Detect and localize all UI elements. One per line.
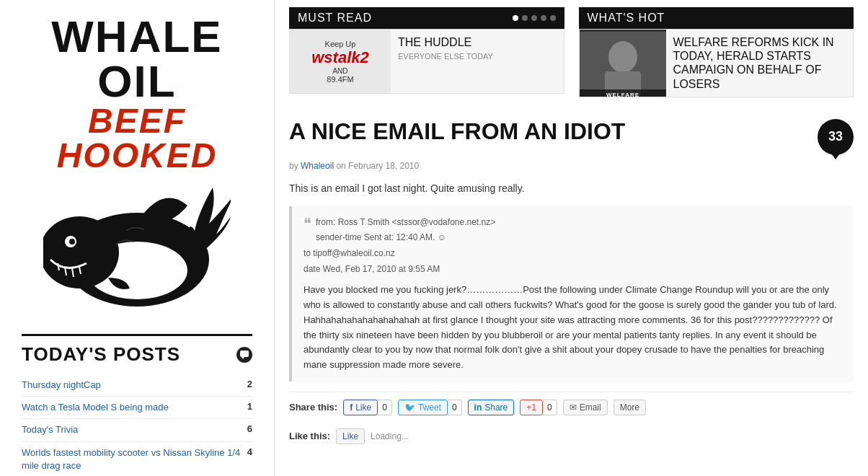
post-count: 6 — [247, 423, 252, 434]
email-sender-time: sender-time Sent at: 12:40 AM. ☺ — [304, 230, 842, 246]
gp-label: +1 — [526, 402, 536, 413]
post-list-item: Worlds fastest mobility scooter vs Nissa… — [22, 442, 252, 476]
post-list-item: Today's Trivia6 — [22, 419, 252, 441]
main-content: MUST READ Keep Up wstalk2 AND 89.4FM — [274, 0, 868, 476]
like-row: Like this: Like Loading... — [289, 423, 854, 450]
article-section: A NICE EMAIL FROM AN IDIOT 33 by Whaleoi… — [289, 112, 854, 457]
meta-by: by — [289, 161, 298, 171]
email-quote: ❝ from: Ross T Smith <stssor@vodafone.ne… — [289, 206, 854, 382]
li-share[interactable]: in Share — [468, 400, 515, 415]
must-read-title: THE HUDDLE — [398, 35, 557, 49]
article-title: A NICE EMAIL FROM AN IDIOT — [289, 119, 818, 144]
welfare-image: WELFARE — [580, 30, 666, 97]
gplus-button[interactable]: +1 — [520, 400, 543, 415]
post-link[interactable]: Thursday nightCap — [22, 379, 242, 392]
logo-beef: BEEF HOOKED — [22, 104, 252, 173]
svg-marker-10 — [242, 357, 244, 359]
email-to: to tipoff@whaleoil.co.nz — [304, 246, 842, 262]
gp-count: 0 — [543, 400, 557, 415]
fb-count: 0 — [378, 400, 392, 415]
whats-hot-label: WHAT'S HOT — [588, 12, 665, 25]
comment-count-number: 33 — [828, 129, 843, 144]
email-meta: from: Ross T Smith <stssor@vodafone.net.… — [304, 215, 842, 277]
fb-share[interactable]: f Like 0 — [343, 400, 392, 415]
sidebar: WHALE OIL BEEF HOOKED — [0, 0, 274, 476]
svg-rect-9 — [240, 351, 249, 357]
gp-share[interactable]: +1 0 — [520, 400, 557, 415]
whats-hot-header: WHAT'S HOT — [579, 7, 854, 29]
tweet-button[interactable]: 🐦 Tweet — [398, 400, 448, 415]
fb-like-button[interactable]: f Like — [343, 400, 378, 415]
email-date: date Wed, Feb 17, 2010 at 9:55 AM — [304, 262, 842, 278]
more-button[interactable]: More — [614, 400, 646, 415]
logo-whale: WHALE OIL — [22, 14, 252, 104]
email-button[interactable]: ✉ Email — [563, 400, 608, 415]
logo-area: WHALE OIL BEEF HOOKED — [22, 14, 252, 319]
comment-bubble-icon — [236, 347, 252, 363]
must-read-section: MUST READ Keep Up wstalk2 AND 89.4FM — [289, 7, 564, 97]
must-read-dots — [513, 15, 556, 21]
email-body: Have you blocked me you fucking jerk?………… — [304, 283, 842, 373]
em-label: Email — [580, 402, 601, 413]
li-icon: in — [474, 402, 482, 413]
email-icon: ✉ — [570, 402, 577, 413]
tw-count: 0 — [448, 400, 462, 415]
share-label: Share this: — [289, 402, 337, 413]
radio-freq: 89.4FM — [327, 75, 353, 84]
tw-icon: 🐦 — [404, 402, 415, 413]
like-btn-label: Like — [342, 431, 358, 441]
post-list-item: Watch a Tesla Model S being made1 — [22, 397, 252, 419]
like-label: Like this: — [289, 431, 330, 441]
whale-illustration — [43, 173, 231, 317]
post-count: 1 — [247, 401, 252, 412]
share-row: Share this: f Like 0 🐦 Tweet 0 — [289, 392, 854, 423]
must-read-label: MUST READ — [298, 12, 372, 25]
today-posts-header: TODAY'S POSTS — [22, 334, 252, 366]
whats-hot-text: WELFARE REFORMS KICK IN TODAY, HERALD ST… — [666, 30, 854, 97]
must-read-header: MUST READ — [289, 7, 564, 29]
svg-point-12 — [608, 41, 637, 73]
email-from: from: Ross T Smith <stssor@vodafone.net.… — [304, 215, 842, 231]
radio-image: Keep Up wstalk2 AND 89.4FM — [290, 30, 391, 93]
svg-text:WELFARE: WELFARE — [606, 92, 639, 97]
must-read-text: THE HUDDLE EVERYONE ELSE TODAY — [391, 30, 564, 93]
like-button[interactable]: Like — [336, 428, 365, 444]
svg-point-4 — [69, 239, 75, 244]
radio-brand: wstalk2 — [311, 48, 369, 67]
whats-hot-title: WELFARE REFORMS KICK IN TODAY, HERALD ST… — [673, 35, 846, 91]
meta-author[interactable]: Whaleoil — [301, 161, 334, 171]
whats-hot-section: WHAT'S HOT WELFARE — [579, 7, 854, 97]
fb-label: Like — [355, 402, 371, 413]
post-link[interactable]: Today's Trivia — [22, 423, 242, 436]
article-intro: This is an email I got last night. Quite… — [289, 181, 854, 196]
meta-date: February 18, 2010 — [348, 161, 419, 171]
li-label: Share — [484, 402, 508, 413]
post-count: 4 — [247, 446, 252, 457]
post-count: 2 — [247, 379, 252, 389]
radio-and: AND — [332, 67, 347, 75]
quote-marks: ❝ — [304, 212, 311, 235]
radio-keep-up: Keep Up — [325, 40, 356, 48]
dot-4 — [541, 15, 546, 21]
loading-text: Loading... — [371, 431, 409, 441]
whats-hot-card[interactable]: WELFARE WELFARE REFORMS KICK IN TODAY, H… — [579, 29, 854, 97]
post-list: Thursday nightCap2Watch a Tesla Model S … — [22, 374, 252, 476]
more-label: More — [620, 402, 639, 413]
must-read-subtitle: EVERYONE ELSE TODAY — [398, 52, 557, 61]
today-posts-title: TODAY'S POSTS — [22, 343, 180, 366]
fb-icon: f — [350, 402, 353, 413]
dot-1 — [513, 15, 518, 21]
top-bars: MUST READ Keep Up wstalk2 AND 89.4FM — [289, 0, 854, 97]
post-list-item: Thursday nightCap2 — [22, 374, 252, 397]
linkedin-button[interactable]: in Share — [468, 400, 515, 415]
post-link[interactable]: Worlds fastest mobility scooter vs Nissa… — [22, 446, 242, 472]
tw-share[interactable]: 🐦 Tweet 0 — [398, 400, 462, 415]
post-link[interactable]: Watch a Tesla Model S being made — [22, 401, 242, 414]
welfare-photo: WELFARE — [580, 32, 666, 97]
must-read-card[interactable]: Keep Up wstalk2 AND 89.4FM THE HUDDLE EV… — [289, 29, 564, 94]
tw-label: Tweet — [418, 402, 441, 413]
welfare-photo-svg: WELFARE — [580, 32, 666, 97]
dot-2 — [522, 15, 528, 21]
meta-on: on — [336, 161, 345, 171]
comment-count-badge[interactable]: 33 — [818, 119, 854, 155]
